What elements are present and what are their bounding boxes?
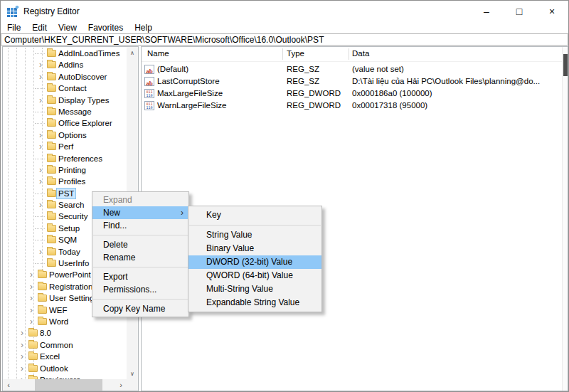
menu-favorites[interactable]: Favorites: [83, 22, 129, 33]
value-row-maxlargefilesize[interactable]: 011110MaxLargeFileSizeREG_DWORD0x000186a…: [142, 88, 562, 100]
expand-chevron-icon[interactable]: ›: [37, 59, 44, 70]
menu-help[interactable]: Help: [129, 22, 158, 33]
tree-item-8-0[interactable]: ›8.0: [3, 327, 127, 339]
context-menu-item-delete[interactable]: Delete: [92, 238, 188, 251]
tree-item-label: Perf: [57, 142, 75, 152]
tree-item-printing[interactable]: ›Printing: [3, 164, 127, 176]
context-menu-item-find[interactable]: Find...: [92, 219, 188, 232]
column-header-name[interactable]: Name: [147, 49, 169, 58]
submenu-item-dword-32-bit-value[interactable]: DWORD (32-bit) Value: [188, 255, 321, 269]
submenu-item-binary-value[interactable]: Binary Value: [188, 242, 321, 255]
expand-chevron-icon[interactable]: ›: [37, 164, 44, 176]
menu-view[interactable]: View: [53, 22, 83, 33]
context-menu-item-permissions[interactable]: Permissions...: [92, 283, 188, 296]
scroll-down-icon[interactable]: ∨: [127, 368, 138, 379]
scroll-right-icon[interactable]: ›: [115, 379, 127, 391]
tree-item-office-explorer[interactable]: Office Explorer: [3, 117, 127, 129]
values-vscroll-thumb[interactable]: [563, 54, 568, 76]
folder-icon: [47, 155, 56, 162]
registry-editor-icon: [7, 6, 19, 17]
column-separator[interactable]: [282, 48, 283, 60]
submenu-item-qword-64-bit-value[interactable]: QWORD (64-bit) Value: [188, 269, 321, 282]
tree-item-options[interactable]: ›Options: [3, 129, 127, 141]
submenu-item-key[interactable]: Key: [188, 208, 321, 222]
tree-item-outlook[interactable]: ›Outlook: [3, 363, 127, 374]
folder-icon: [38, 283, 47, 290]
expand-chevron-icon[interactable]: ›: [28, 304, 35, 316]
expand-chevron-icon[interactable]: ›: [28, 269, 35, 280]
expand-chevron-icon[interactable]: ›: [37, 95, 44, 106]
menu-edit[interactable]: Edit: [26, 22, 53, 33]
column-header-type[interactable]: Type: [287, 49, 304, 58]
tree-item-autodiscover[interactable]: ›AutoDiscover: [3, 71, 127, 83]
context-menu-item-export[interactable]: Export: [92, 270, 188, 283]
folder-icon: [47, 61, 56, 68]
tree-item-display-types[interactable]: ›Display Types: [3, 95, 127, 106]
folder-icon: [47, 50, 56, 57]
folder-icon: [38, 271, 47, 278]
tree-item-previewers[interactable]: ›Previewers: [3, 374, 127, 379]
maximize-button[interactable]: □: [503, 1, 536, 22]
expand-chevron-icon[interactable]: ›: [37, 141, 44, 152]
values-vertical-scrollbar[interactable]: [562, 47, 568, 391]
folder-icon: [38, 295, 47, 302]
expand-chevron-icon[interactable]: ›: [37, 129, 44, 141]
folder-icon: [28, 329, 38, 337]
tree-item-excel[interactable]: ›Excel: [3, 351, 127, 362]
folder-icon: [47, 97, 56, 104]
tree-connector-line: [35, 263, 45, 264]
expand-chevron-icon[interactable]: ›: [18, 339, 26, 351]
tree-item-label: Addins: [57, 60, 85, 70]
tree-item-label: UserInfo: [57, 258, 90, 268]
context-menu-item-rename[interactable]: Rename: [92, 251, 188, 264]
submenu-item-string-value[interactable]: String Value: [188, 228, 321, 242]
close-button[interactable]: ×: [536, 1, 568, 22]
tree-hscroll-thumb[interactable]: [35, 379, 102, 391]
expand-chevron-icon[interactable]: ›: [37, 246, 44, 258]
expand-chevron-icon[interactable]: ›: [37, 176, 44, 187]
expand-chevron-icon[interactable]: ›: [18, 374, 26, 379]
submenu-item-multi-string-value[interactable]: Multi-String Value: [188, 282, 321, 296]
tree-item-addins[interactable]: ›Addins: [3, 59, 127, 70]
submenu-item-expandable-string-value[interactable]: Expandable String Value: [188, 296, 321, 309]
tree-horizontal-scrollbar[interactable]: ‹ ›: [3, 379, 127, 391]
minimize-button[interactable]: –: [470, 1, 503, 22]
tree-item-label: Options: [57, 130, 88, 140]
value-row-default[interactable]: ab(Default)REG_SZ(value not set): [142, 64, 562, 76]
expand-chevron-icon[interactable]: ›: [18, 363, 26, 374]
column-header-data[interactable]: Data: [352, 49, 369, 58]
tree-item-word[interactable]: ›Word: [3, 316, 127, 327]
address-bar[interactable]: Computer\HKEY_CURRENT_USER\SOFTWARE\Micr…: [1, 33, 568, 46]
expand-chevron-icon[interactable]: ›: [28, 316, 35, 327]
context-menu-item-new[interactable]: New›: [92, 206, 188, 219]
tree-item-addinloadtimes[interactable]: AddInLoadTimes: [3, 48, 127, 59]
expand-chevron-icon[interactable]: ›: [28, 292, 35, 304]
value-type: REG_DWORD: [287, 101, 341, 110]
value-row-lastcorruptstore[interactable]: abLastCorruptStoreREG_SZD:\Tài liệu của …: [142, 76, 562, 88]
tree-item-label: Registration: [48, 282, 94, 292]
context-menu-item-copy-key-name[interactable]: Copy Key Name: [92, 302, 188, 315]
tree-item-label: Office Explorer: [57, 118, 114, 128]
menu-file[interactable]: File: [1, 22, 26, 33]
scroll-up-icon[interactable]: ∧: [127, 47, 138, 58]
tree-item-label: Outlook: [38, 364, 70, 374]
tree-item-preferences[interactable]: Preferences: [3, 153, 127, 164]
tree-item-label: 8.0: [38, 328, 53, 338]
expand-chevron-icon[interactable]: ›: [28, 281, 35, 292]
expand-chevron-icon[interactable]: ›: [18, 351, 26, 362]
column-separator[interactable]: [349, 48, 349, 60]
tree-item-perf[interactable]: ›Perf: [3, 141, 127, 152]
tree-item-profiles[interactable]: ›Profiles: [3, 176, 127, 187]
window-controls: – □ ×: [470, 1, 568, 22]
tree-item-contact[interactable]: Contact: [3, 83, 127, 94]
value-row-warnlargefilesize[interactable]: 011110WarnLargeFileSizeREG_DWORD0x000173…: [142, 100, 562, 112]
expand-chevron-icon[interactable]: ›: [37, 199, 44, 211]
menu-separator: [93, 299, 188, 300]
tree-item-common[interactable]: ›Common: [3, 339, 127, 351]
scroll-left-icon[interactable]: ‹: [3, 379, 14, 391]
expand-chevron-icon[interactable]: ›: [18, 327, 26, 339]
expand-chevron-icon[interactable]: ›: [37, 71, 44, 83]
tree-item-message[interactable]: Message: [3, 106, 127, 117]
tree-item-label: Common: [38, 340, 75, 350]
tree-item-label: Message: [57, 107, 93, 117]
